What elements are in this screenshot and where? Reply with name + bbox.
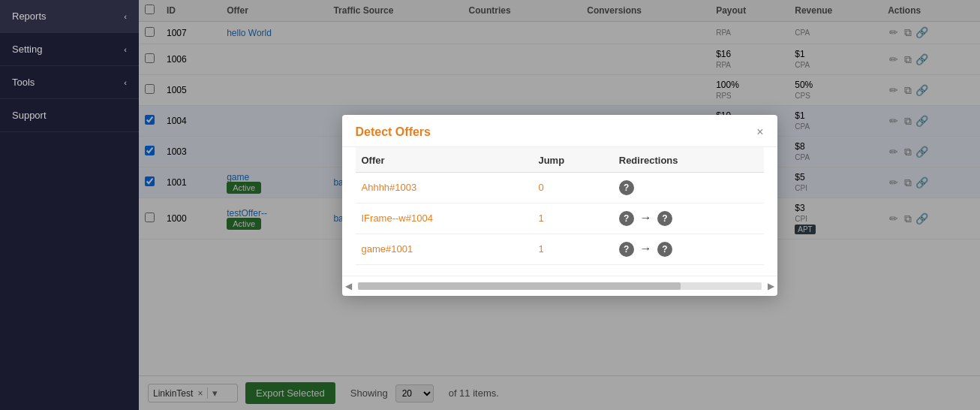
arrow-icon: → <box>639 242 651 255</box>
modal-close-button[interactable]: × <box>756 126 763 138</box>
sidebar: Reports ‹ Setting ‹ Tools ‹ Support <box>0 0 139 410</box>
modal-table-row: game#1001 1 ? → ? <box>356 234 764 264</box>
question-icon-2: ? <box>657 211 672 226</box>
modal-title: Detect Offers <box>356 125 431 139</box>
detect-offers-modal: Detect Offers × Offer Jump Redirections <box>342 115 777 296</box>
question-icon: ? <box>619 242 634 257</box>
modal-overlay[interactable]: Detect Offers × Offer Jump Redirections <box>139 0 980 410</box>
sidebar-item-reports[interactable]: Reports ‹ <box>0 0 139 33</box>
sidebar-item-support[interactable]: Support <box>0 99 139 132</box>
chevron-reports-icon: ‹ <box>124 12 127 21</box>
sidebar-item-tools[interactable]: Tools ‹ <box>0 66 139 99</box>
offer-link[interactable]: Ahhhh#1003 <box>362 182 417 193</box>
scroll-track <box>358 282 762 290</box>
question-icon: ? <box>619 180 634 195</box>
chevron-tools-icon: ‹ <box>124 78 127 87</box>
scroll-left-icon[interactable]: ◀ <box>342 281 355 291</box>
modal-offers-table: Offer Jump Redirections Ahhhh#1003 0 <box>356 147 764 265</box>
sidebar-item-setting[interactable]: Setting ‹ <box>0 33 139 66</box>
jump-value: 1 <box>538 213 543 224</box>
question-icon: ? <box>619 211 634 226</box>
scroll-thumb <box>358 282 681 290</box>
arrow-icon: → <box>639 211 651 225</box>
modal-col-offer: Offer <box>356 147 533 173</box>
modal-table-row: IFrame--w#1004 1 ? → ? <box>356 203 764 234</box>
modal-col-jump: Jump <box>532 147 612 173</box>
modal-body: Offer Jump Redirections Ahhhh#1003 0 <box>342 147 777 276</box>
sidebar-item-support-label: Support <box>12 110 47 121</box>
chevron-setting-icon: ‹ <box>124 45 127 54</box>
jump-value: 0 <box>538 182 543 193</box>
offer-link[interactable]: game#1001 <box>362 243 413 255</box>
sidebar-item-tools-label: Tools <box>12 77 35 88</box>
sidebar-item-reports-label: Reports <box>12 11 47 22</box>
modal-scrollbar: ◀ ▶ <box>342 276 777 296</box>
main-content: ID Offer Traffic Source Countries Conver… <box>139 0 980 410</box>
modal-header: Detect Offers × <box>342 115 777 147</box>
question-icon-2: ? <box>657 242 672 257</box>
scroll-right-icon[interactable]: ▶ <box>765 281 777 291</box>
modal-col-redirections: Redirections <box>613 147 764 173</box>
jump-value: 1 <box>538 243 543 255</box>
offer-link[interactable]: IFrame--w#1004 <box>362 213 433 224</box>
modal-table-row: Ahhhh#1003 0 ? <box>356 172 764 203</box>
sidebar-item-setting-label: Setting <box>12 44 42 55</box>
